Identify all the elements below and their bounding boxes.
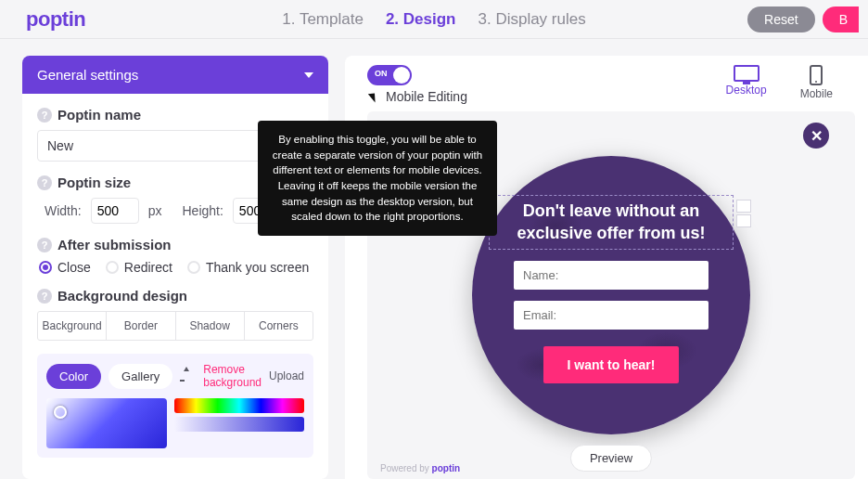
move-element-icon[interactable]: ✥ bbox=[736, 214, 751, 227]
upload-link[interactable]: Upload bbox=[269, 369, 304, 382]
copy-element-icon[interactable]: ⧉ bbox=[736, 200, 751, 213]
tab-shadow[interactable]: Shadow bbox=[176, 312, 245, 340]
poptin-name-label: Poptin name bbox=[57, 107, 141, 123]
general-settings-header[interactable]: General settings bbox=[22, 56, 328, 94]
poptin-size-label: Poptin size bbox=[57, 175, 131, 190]
upload-icon bbox=[180, 370, 185, 382]
powered-by: Powered by poptin bbox=[380, 463, 460, 473]
desktop-icon bbox=[734, 65, 760, 82]
popup-cta-button[interactable]: I want to hear! bbox=[543, 346, 680, 383]
settings-sidebar: General settings ? Poptin name ? Poptin … bbox=[22, 56, 328, 479]
chip-color[interactable]: Color bbox=[46, 364, 101, 389]
tab-background[interactable]: Background bbox=[38, 312, 107, 340]
panel-title: General settings bbox=[37, 67, 138, 83]
remove-background-link[interactable]: Remove background bbox=[203, 363, 262, 389]
step-display-rules[interactable]: 3. Display rules bbox=[478, 10, 585, 29]
stepper: 1. Template 2. Design 3. Display rules bbox=[282, 10, 585, 29]
mobile-editing-label: Mobile Editing bbox=[386, 89, 467, 104]
help-icon[interactable]: ? bbox=[37, 108, 52, 123]
step-design[interactable]: 2. Design bbox=[386, 10, 456, 29]
radio-close[interactable]: Close bbox=[39, 260, 91, 275]
tab-corners[interactable]: Corners bbox=[245, 312, 313, 340]
popup-headline[interactable]: Don't leave without an exclusive offer f… bbox=[489, 195, 734, 250]
step-template[interactable]: 1. Template bbox=[282, 10, 364, 29]
back-button[interactable]: B bbox=[823, 6, 859, 32]
device-mobile-tab[interactable]: Mobile bbox=[800, 65, 833, 100]
radio-redirect[interactable]: Redirect bbox=[106, 260, 172, 275]
reset-button[interactable]: Reset bbox=[747, 6, 815, 32]
width-input[interactable] bbox=[91, 198, 139, 224]
design-canvas-area: ON Mobile Editing Desktop Mobile bbox=[345, 56, 868, 479]
popup-preview[interactable]: Don't leave without an exclusive offer f… bbox=[472, 156, 750, 434]
popup-close-button[interactable]: ✕ bbox=[803, 123, 829, 149]
brand-logo: poptin bbox=[26, 7, 85, 32]
help-icon[interactable]: ? bbox=[37, 238, 52, 252]
width-label: Width: bbox=[45, 203, 82, 218]
preview-button[interactable]: Preview bbox=[570, 445, 652, 472]
help-icon[interactable]: ? bbox=[37, 289, 52, 304]
alpha-slider[interactable] bbox=[174, 417, 304, 432]
help-icon[interactable]: ? bbox=[37, 175, 52, 190]
mobile-editing-toggle[interactable]: ON bbox=[367, 65, 412, 85]
top-header: poptin 1. Template 2. Design 3. Display … bbox=[0, 0, 868, 39]
hue-slider[interactable] bbox=[174, 398, 304, 413]
chevron-down-icon bbox=[304, 72, 313, 78]
popup-name-input[interactable] bbox=[514, 261, 708, 290]
mobile-icon bbox=[810, 65, 823, 85]
popup-email-input[interactable] bbox=[514, 301, 708, 330]
background-design-label: Background design bbox=[57, 288, 187, 304]
height-label: Height: bbox=[182, 203, 223, 218]
width-unit: px bbox=[148, 203, 162, 218]
after-submission-label: After submission bbox=[57, 237, 172, 252]
header-buttons: Reset B bbox=[747, 6, 859, 32]
chip-gallery[interactable]: Gallery bbox=[108, 364, 172, 389]
tab-border[interactable]: Border bbox=[107, 312, 175, 340]
color-saturation-picker[interactable] bbox=[46, 398, 167, 448]
mobile-editing-tooltip: By enabling this toggle, you will be abl… bbox=[258, 121, 497, 236]
cursor-icon bbox=[367, 89, 382, 104]
device-desktop-tab[interactable]: Desktop bbox=[726, 65, 767, 100]
radio-thank-you[interactable]: Thank you screen bbox=[187, 260, 309, 275]
